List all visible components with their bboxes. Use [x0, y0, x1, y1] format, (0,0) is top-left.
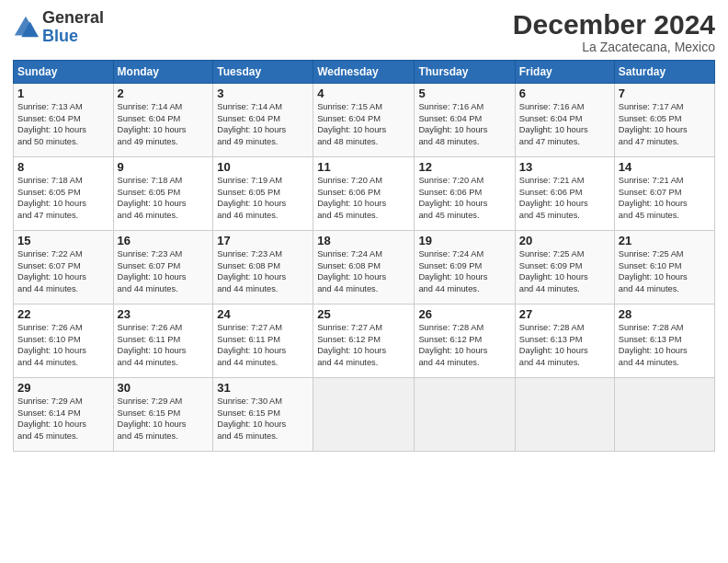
calendar-cell: 31Sunrise: 7:30 AMSunset: 6:15 PMDayligh… — [213, 378, 313, 452]
calendar-cell — [515, 378, 614, 452]
day-number: 24 — [217, 307, 309, 321]
day-number: 28 — [619, 307, 711, 321]
calendar-cell: 27Sunrise: 7:28 AMSunset: 6:13 PMDayligh… — [515, 304, 614, 378]
day-info: Sunrise: 7:28 AMSunset: 6:13 PMDaylight:… — [519, 322, 610, 368]
day-info: Sunrise: 7:19 AMSunset: 6:05 PMDaylight:… — [217, 175, 309, 221]
day-info: Sunrise: 7:25 AMSunset: 6:10 PMDaylight:… — [619, 248, 711, 294]
day-info: Sunrise: 7:20 AMSunset: 6:06 PMDaylight:… — [418, 175, 510, 221]
calendar-cell: 11Sunrise: 7:20 AMSunset: 6:06 PMDayligh… — [313, 157, 415, 231]
day-info: Sunrise: 7:16 AMSunset: 6:04 PMDaylight:… — [418, 101, 510, 147]
day-number: 30 — [118, 381, 210, 395]
calendar-cell: 4Sunrise: 7:15 AMSunset: 6:04 PMDaylight… — [313, 84, 415, 157]
day-number: 4 — [317, 86, 410, 100]
day-number: 13 — [519, 160, 610, 174]
calendar-cell: 15Sunrise: 7:22 AMSunset: 6:07 PMDayligh… — [14, 231, 114, 304]
day-info: Sunrise: 7:30 AMSunset: 6:15 PMDaylight:… — [217, 396, 309, 442]
day-info: Sunrise: 7:16 AMSunset: 6:04 PMDaylight:… — [519, 101, 610, 147]
calendar-cell: 3Sunrise: 7:14 AMSunset: 6:04 PMDaylight… — [213, 84, 313, 157]
day-info: Sunrise: 7:29 AMSunset: 6:14 PMDaylight:… — [17, 396, 109, 442]
day-info: Sunrise: 7:17 AMSunset: 6:05 PMDaylight:… — [619, 101, 711, 147]
calendar-cell: 5Sunrise: 7:16 AMSunset: 6:04 PMDaylight… — [415, 84, 515, 157]
day-number: 25 — [317, 307, 410, 321]
calendar-header-row: Sunday Monday Tuesday Wednesday Thursday… — [14, 61, 715, 84]
calendar-row: 15Sunrise: 7:22 AMSunset: 6:07 PMDayligh… — [14, 231, 715, 304]
day-info: Sunrise: 7:28 AMSunset: 6:13 PMDaylight:… — [619, 322, 711, 368]
location: La Zacatecana, Mexico — [513, 40, 715, 54]
day-number: 18 — [317, 234, 410, 247]
calendar-cell: 17Sunrise: 7:23 AMSunset: 6:08 PMDayligh… — [213, 231, 313, 304]
col-saturday: Saturday — [614, 61, 714, 84]
day-number: 14 — [619, 160, 711, 174]
day-info: Sunrise: 7:25 AMSunset: 6:09 PMDaylight:… — [519, 248, 610, 294]
day-number: 27 — [519, 307, 610, 321]
calendar-cell — [415, 378, 515, 452]
calendar-row: 29Sunrise: 7:29 AMSunset: 6:14 PMDayligh… — [14, 378, 715, 452]
logo-blue: Blue — [42, 27, 78, 45]
day-info: Sunrise: 7:14 AMSunset: 6:04 PMDaylight:… — [217, 101, 309, 147]
day-number: 23 — [118, 307, 210, 321]
logo-general: General — [42, 8, 104, 27]
title-block: December 2024 La Zacatecana, Mexico — [513, 9, 715, 54]
calendar-cell — [313, 378, 415, 452]
day-number: 9 — [118, 160, 210, 174]
calendar-cell: 26Sunrise: 7:28 AMSunset: 6:12 PMDayligh… — [415, 304, 515, 378]
calendar-row: 22Sunrise: 7:26 AMSunset: 6:10 PMDayligh… — [14, 304, 715, 378]
day-info: Sunrise: 7:27 AMSunset: 6:11 PMDaylight:… — [217, 322, 309, 368]
day-info: Sunrise: 7:18 AMSunset: 6:05 PMDaylight:… — [118, 175, 210, 221]
calendar-row: 1Sunrise: 7:13 AMSunset: 6:04 PMDaylight… — [14, 84, 715, 157]
calendar-row: 8Sunrise: 7:18 AMSunset: 6:05 PMDaylight… — [14, 157, 715, 231]
day-number: 15 — [17, 234, 109, 247]
day-info: Sunrise: 7:23 AMSunset: 6:08 PMDaylight:… — [217, 248, 309, 294]
calendar-cell: 6Sunrise: 7:16 AMSunset: 6:04 PMDaylight… — [515, 84, 614, 157]
day-info: Sunrise: 7:26 AMSunset: 6:10 PMDaylight:… — [17, 322, 109, 368]
calendar-cell: 14Sunrise: 7:21 AMSunset: 6:07 PMDayligh… — [614, 157, 714, 231]
day-info: Sunrise: 7:23 AMSunset: 6:07 PMDaylight:… — [118, 248, 210, 294]
calendar-cell: 20Sunrise: 7:25 AMSunset: 6:09 PMDayligh… — [515, 231, 614, 304]
day-number: 12 — [418, 160, 510, 174]
day-number: 3 — [217, 86, 309, 100]
col-sunday: Sunday — [14, 61, 114, 84]
calendar-cell: 21Sunrise: 7:25 AMSunset: 6:10 PMDayligh… — [614, 231, 714, 304]
day-number: 21 — [619, 234, 711, 247]
day-info: Sunrise: 7:13 AMSunset: 6:04 PMDaylight:… — [17, 101, 109, 147]
col-wednesday: Wednesday — [313, 61, 415, 84]
calendar-cell: 12Sunrise: 7:20 AMSunset: 6:06 PMDayligh… — [415, 157, 515, 231]
day-number: 19 — [418, 234, 510, 247]
calendar-cell: 28Sunrise: 7:28 AMSunset: 6:13 PMDayligh… — [614, 304, 714, 378]
day-number: 8 — [17, 160, 109, 174]
day-info: Sunrise: 7:27 AMSunset: 6:12 PMDaylight:… — [317, 322, 410, 368]
calendar: Sunday Monday Tuesday Wednesday Thursday… — [13, 60, 715, 452]
day-info: Sunrise: 7:21 AMSunset: 6:07 PMDaylight:… — [619, 175, 711, 221]
day-info: Sunrise: 7:28 AMSunset: 6:12 PMDaylight:… — [418, 322, 510, 368]
calendar-cell: 22Sunrise: 7:26 AMSunset: 6:10 PMDayligh… — [14, 304, 114, 378]
day-info: Sunrise: 7:22 AMSunset: 6:07 PMDaylight:… — [17, 248, 109, 294]
day-number: 11 — [317, 160, 410, 174]
day-number: 31 — [217, 381, 309, 395]
header: General Blue December 2024 La Zacatecana… — [13, 9, 715, 54]
day-number: 29 — [17, 381, 109, 395]
calendar-cell: 18Sunrise: 7:24 AMSunset: 6:08 PMDayligh… — [313, 231, 415, 304]
day-info: Sunrise: 7:15 AMSunset: 6:04 PMDaylight:… — [317, 101, 410, 147]
calendar-cell: 10Sunrise: 7:19 AMSunset: 6:05 PMDayligh… — [213, 157, 313, 231]
day-info: Sunrise: 7:20 AMSunset: 6:06 PMDaylight:… — [317, 175, 410, 221]
page-container: General Blue December 2024 La Zacatecana… — [0, 0, 728, 459]
calendar-cell: 16Sunrise: 7:23 AMSunset: 6:07 PMDayligh… — [113, 231, 213, 304]
day-number: 22 — [17, 307, 109, 321]
calendar-cell: 24Sunrise: 7:27 AMSunset: 6:11 PMDayligh… — [213, 304, 313, 378]
calendar-cell: 8Sunrise: 7:18 AMSunset: 6:05 PMDaylight… — [14, 157, 114, 231]
day-number: 1 — [17, 86, 109, 100]
col-tuesday: Tuesday — [213, 61, 313, 84]
calendar-cell: 13Sunrise: 7:21 AMSunset: 6:06 PMDayligh… — [515, 157, 614, 231]
day-info: Sunrise: 7:24 AMSunset: 6:08 PMDaylight:… — [317, 248, 410, 294]
day-number: 7 — [619, 86, 711, 100]
day-info: Sunrise: 7:21 AMSunset: 6:06 PMDaylight:… — [519, 175, 610, 221]
day-info: Sunrise: 7:26 AMSunset: 6:11 PMDaylight:… — [118, 322, 210, 368]
calendar-cell: 19Sunrise: 7:24 AMSunset: 6:09 PMDayligh… — [415, 231, 515, 304]
day-number: 26 — [418, 307, 510, 321]
col-thursday: Thursday — [415, 61, 515, 84]
day-number: 16 — [118, 234, 210, 247]
col-friday: Friday — [515, 61, 614, 84]
day-number: 2 — [118, 86, 210, 100]
day-number: 6 — [519, 86, 610, 100]
day-number: 5 — [418, 86, 510, 100]
